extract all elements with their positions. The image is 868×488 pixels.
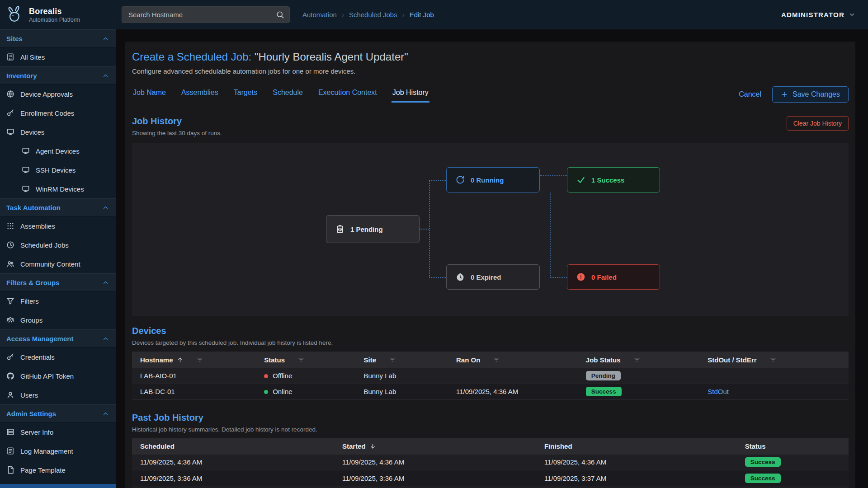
sidebar-item-assemblies[interactable]: Assemblies: [0, 216, 116, 235]
tab-targets[interactable]: Targets: [233, 86, 258, 103]
user-icon: [6, 391, 14, 399]
started-cell: 11/09/2025, 2:36 AM: [334, 486, 536, 488]
past-job-row[interactable]: 11/09/2025, 4:36 AM 11/09/2025, 4:36 AM …: [132, 455, 849, 470]
sidebar-item-agent-devices[interactable]: Agent Devices: [0, 141, 116, 160]
stdout-link[interactable]: StdOut: [708, 388, 729, 395]
sidebar-item-users[interactable]: Users: [0, 385, 116, 404]
approvals-icon: [6, 90, 14, 98]
brand[interactable]: Borealis Automation Platform: [0, 5, 116, 25]
breadcrumb-item-edit-job[interactable]: Edit Job: [410, 11, 434, 19]
job-status-flow: 1 Pending 0 Running 1 Success 0 Expired …: [132, 143, 849, 316]
sidebar-item-enrollment-codes[interactable]: Enrollment Codes: [0, 103, 116, 122]
column-header-site[interactable]: Site: [356, 352, 448, 368]
people-icon: [6, 260, 14, 268]
past-job-row[interactable]: 11/09/2025, 3:36 AM 11/09/2025, 3:36 AM …: [132, 470, 849, 486]
device-row-lab-dc-01[interactable]: LAB-DC-01 Online Bunny Lab 11/09/2025, 4…: [132, 384, 849, 399]
sidebar-nav: Sites All Sites Inventory Device Approva…: [0, 29, 116, 479]
sidebar-item-ssh-devices[interactable]: SSH Devices: [0, 160, 116, 179]
column-header-scheduled[interactable]: Scheduled: [132, 438, 334, 455]
column-header-ran-on[interactable]: Ran On: [448, 352, 578, 368]
form-actions: Cancel Save Changes: [739, 86, 849, 103]
page-title: Create a Scheduled Job: "Hourly Borealis…: [132, 51, 849, 63]
stdout-cell: [699, 368, 849, 384]
sidebar-item-community-content[interactable]: Community Content: [0, 254, 116, 273]
status-badge: Success: [745, 457, 781, 467]
column-filter-icon[interactable]: [633, 356, 641, 363]
breadcrumb-separator: ›: [402, 11, 405, 19]
sidebar-item-page-template[interactable]: Page Template: [0, 460, 116, 479]
breadcrumb: Automation›Scheduled Jobs›Edit Job: [302, 11, 434, 19]
topbar: Borealis Automation Platform Automation›…: [0, 0, 868, 29]
failed-alert-icon: [576, 272, 585, 282]
sidebar-item-credentials[interactable]: Credentials: [0, 347, 116, 366]
column-header-status[interactable]: Status: [256, 352, 355, 368]
search-icon[interactable]: [276, 10, 284, 19]
sidebar-section-filters-groups[interactable]: Filters & Groups: [0, 273, 116, 291]
tab-schedule[interactable]: Schedule: [272, 86, 304, 103]
flow-node-running: 0 Running: [446, 167, 540, 192]
sidebar-item-groups[interactable]: Groups: [0, 310, 116, 329]
flow-node-failed: 0 Failed: [567, 264, 660, 290]
sites-icon: [6, 53, 14, 61]
tab-job-history[interactable]: Job History: [392, 86, 429, 103]
column-header-status[interactable]: Status: [737, 438, 849, 455]
tab-job-name[interactable]: Job Name: [132, 86, 167, 103]
log-icon: [6, 447, 14, 455]
clear-job-history-button[interactable]: Clear Job History: [787, 116, 849, 131]
sidebar-item-server-info[interactable]: Server Info: [0, 422, 116, 441]
sidebar-item-all-sites[interactable]: All Sites: [0, 47, 116, 66]
tab-execution-context[interactable]: Execution Context: [317, 86, 378, 103]
breadcrumb-item-scheduled-jobs[interactable]: Scheduled Jobs: [349, 11, 397, 19]
sidebar-item-devices[interactable]: Devices: [0, 122, 116, 141]
flow-connector: [429, 180, 446, 181]
success-check-icon: [576, 175, 585, 184]
column-filter-icon[interactable]: [196, 356, 203, 363]
sidebar-section-access-management[interactable]: Access Management: [0, 329, 116, 347]
sidebar-item-log-management[interactable]: Log Management: [0, 441, 116, 460]
status-badge: Success: [745, 474, 781, 483]
running-sync-icon: [456, 175, 465, 184]
sidebar-section-admin-settings[interactable]: Admin Settings: [0, 404, 116, 422]
key-icon: [6, 353, 14, 361]
table-header-row: Hostname Status Site: [132, 352, 849, 368]
table-header-row: Scheduled Started Finished: [132, 438, 849, 455]
sidebar-item-device-approvals[interactable]: Device Approvals: [0, 84, 116, 103]
sort-desc-icon: [369, 443, 376, 450]
search-input[interactable]: [122, 6, 290, 23]
column-filter-icon[interactable]: [297, 356, 305, 363]
column-header-finished[interactable]: Finished: [536, 438, 737, 455]
job-status-cell: Success: [578, 384, 699, 399]
flow-connector: [550, 192, 551, 277]
cancel-button[interactable]: Cancel: [739, 90, 761, 99]
column-header-started[interactable]: Started: [334, 438, 536, 455]
sidebar-item-github-api-token[interactable]: GitHub API Token: [0, 366, 116, 385]
sidebar-section-inventory[interactable]: Inventory: [0, 66, 116, 84]
page-title-job-name: "Hourly Borealis Agent Updater": [255, 51, 408, 63]
tab-assemblies[interactable]: Assemblies: [180, 86, 219, 103]
devices-heading: Devices: [132, 326, 849, 336]
past-job-row[interactable]: 11/09/2025, 2:36 AM 11/09/2025, 2:36 AM …: [132, 486, 849, 488]
column-filter-icon[interactable]: [769, 356, 777, 363]
column-header-job-status[interactable]: Job Status: [578, 352, 699, 368]
device-row-lab-aio-01[interactable]: LAB-AIO-01 Offline Bunny Lab Pending: [132, 368, 849, 384]
column-filter-icon[interactable]: [389, 356, 396, 363]
page-title-prefix: Create a Scheduled Job:: [132, 51, 251, 63]
devices-section: Devices Devices targeted by this schedul…: [132, 326, 849, 400]
sidebar-item-scheduled-jobs[interactable]: Scheduled Jobs: [0, 235, 116, 254]
breadcrumb-item-automation[interactable]: Automation: [302, 11, 337, 19]
chevron-down-icon: [849, 11, 855, 18]
sidebar-section-sites[interactable]: Sites: [0, 29, 116, 47]
column-filter-icon[interactable]: [493, 356, 500, 363]
save-changes-button[interactable]: Save Changes: [772, 86, 849, 103]
chevron-up-icon: [102, 35, 109, 42]
column-header-hostname[interactable]: Hostname: [132, 352, 256, 368]
flow-connector: [429, 180, 430, 277]
user-menu[interactable]: ADMINISTRATOR: [781, 11, 855, 19]
scheduled-cell: 11/09/2025, 4:36 AM: [132, 455, 334, 470]
online-dot-icon: [264, 390, 268, 394]
column-header-stdout-stderr[interactable]: StdOut / StdErr: [699, 352, 849, 368]
job-history-caption: Showing the last 30 days of runs.: [132, 130, 222, 136]
sidebar-section-task-automation[interactable]: Task Automation: [0, 198, 116, 216]
sidebar-item-filters[interactable]: Filters: [0, 291, 116, 310]
sidebar-item-winrm-devices[interactable]: WinRM Devices: [0, 179, 116, 198]
